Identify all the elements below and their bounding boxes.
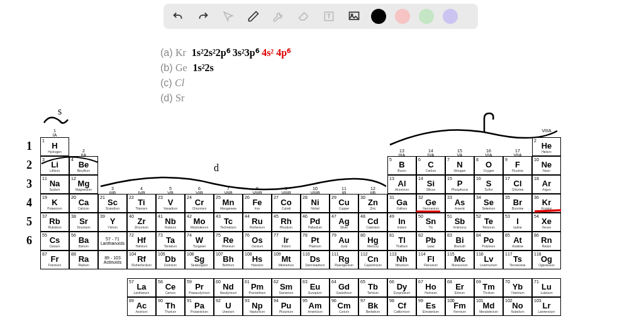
element-Nh: 113NhNihonium [387, 251, 416, 269]
element-Rf: 104RfRutherfordium [127, 251, 156, 269]
element-Sc: 21ScScandium [98, 194, 127, 213]
element-Gd: 64GdGadolinium [330, 278, 358, 297]
element-S: 16SSulfur [474, 175, 503, 194]
group-label-g13: 13IIIA [387, 149, 416, 157]
element-Nd: 60NdNeodymium [214, 278, 243, 297]
tools-icon[interactable] [270, 8, 287, 25]
element-Ar: 18ArArgon [532, 175, 561, 194]
element-N: 7NNitrogen [445, 156, 474, 175]
color-black[interactable] [371, 9, 386, 24]
element-F: 9FFluorine [503, 156, 532, 175]
element-Cu: 29CuCopper [330, 194, 358, 213]
element-Y: 39YYttrium [98, 213, 127, 232]
element-Sm: 62SmSamarium [272, 278, 301, 297]
element-He: 2HeHelium [532, 137, 561, 156]
element-Po: 84PoPolonium [474, 232, 503, 251]
element-Cs: 55CsCesium [40, 232, 69, 251]
group-label-g15: 15VA [445, 149, 474, 157]
element-V: 23VVanadium [156, 194, 185, 213]
element-Th: 90ThThorium [156, 297, 185, 316]
group-label-g17: 17VIIA [503, 149, 532, 157]
element-Zn: 30ZnZinc [358, 194, 387, 213]
q-a-sym: Kr [175, 47, 186, 58]
image-tool[interactable] [346, 8, 362, 25]
element-Xe: 54XeXenon [532, 213, 561, 232]
lanth-gap: 57 - 71 Lanthanoids [98, 232, 127, 251]
element-Bi: 83BiBismuth [445, 232, 474, 251]
element-Cr: 24CrChromium [185, 194, 214, 213]
question-block: (a) Kr 1s²2s²2p⁶ 3s²3p⁶ 4s² 4p⁶ (b) Ge 1… [160, 45, 291, 106]
row-num-3: 3 [26, 177, 32, 191]
element-Lv: 116LvLivermorium [474, 251, 503, 269]
element-Tc: 43TcTechnetium [214, 213, 243, 232]
q-a-work-red: 4s² 4p⁶ [262, 47, 291, 58]
element-Db: 105DbDubnium [156, 251, 185, 269]
element-Ti: 22TiTitanium [127, 194, 156, 213]
element-Am: 95AmAmericium [301, 297, 330, 316]
element-Sg: 106SgSeaborgium [185, 251, 214, 269]
group-label-g2: 2IIA [69, 149, 98, 157]
element-No: 102NoNobelium [503, 297, 532, 316]
element-Ds: 110DsDarmstadtium [301, 251, 330, 269]
element-Bh: 107BhBohrium [214, 251, 243, 269]
undo-button[interactable] [170, 8, 186, 25]
element-Li: 3LiLithium [40, 156, 69, 175]
element-Ru: 44RuRuthenium [243, 213, 272, 232]
element-Fm: 100FmFermium [445, 297, 474, 316]
element-Ni: 28NiNickel [301, 194, 330, 213]
element-Cf: 98CfCalifornium [387, 297, 416, 316]
element-Md: 101MdMendelevium [474, 297, 503, 316]
group-label-g10: 10VIIIB [301, 186, 330, 195]
element-Pa: 91PaProtactinium [185, 297, 214, 316]
element-Fr: 87FrFrancium [40, 251, 69, 269]
group-label-g11: 11IB [330, 186, 358, 195]
element-Rh: 45RhRhodium [272, 213, 301, 232]
element-Mt: 109MtMeitnerium [272, 251, 301, 269]
element-Si: 14SiSilicon [416, 175, 445, 194]
fblock-table: 57LaLanthanum58CeCerium59PrPraseodymium6… [127, 278, 561, 316]
element-Hs: 108HsHassium [243, 251, 272, 269]
element-Hf: 72HfHafnium [127, 232, 156, 251]
element-Np: 93NpNeptunium [243, 297, 272, 316]
element-Pm: 61PmPromethium [243, 278, 272, 297]
element-Ac: 89AcActinium [127, 297, 156, 316]
pencil-tool[interactable] [245, 8, 262, 25]
color-purple[interactable] [443, 9, 458, 24]
element-Dy: 66DyDysprosium [387, 278, 416, 297]
eraser-tool[interactable] [296, 8, 312, 25]
element-Sr: 38SrStrontium [69, 213, 98, 232]
element-Au: 79AuGold [330, 232, 358, 251]
color-green[interactable] [419, 9, 434, 24]
element-Te: 52TeTellurium [474, 213, 503, 232]
element-Bk: 97BkBerkelium [358, 297, 387, 316]
element-Se: 34SeSelenium [474, 194, 503, 213]
q-c-label: (c) [160, 77, 172, 88]
group-label-g12: 12IIB [358, 186, 387, 195]
group-label-g9: 9VIIIB [272, 186, 301, 195]
element-La: 57LaLanthanum [127, 278, 156, 297]
color-pink[interactable] [395, 9, 410, 24]
element-Ne: 10NeNeon [532, 156, 561, 175]
toolbar [164, 4, 478, 29]
q-a-label: (a) [160, 47, 173, 58]
element-W: 74WTungsten [185, 232, 214, 251]
element-Pb: 82PbLead [416, 232, 445, 251]
element-Tb: 65TbTerbium [358, 278, 387, 297]
row-num-6: 6 [26, 234, 32, 247]
element-Er: 68ErErbium [445, 278, 474, 297]
q-b-work-black: 1s²2s [193, 62, 214, 73]
group-label-g5: 5VB [156, 186, 185, 195]
element-Sb: 51SbAntimony [445, 213, 474, 232]
redo-button[interactable] [195, 8, 211, 25]
element-H: 1HHydrogen [40, 137, 69, 156]
element-Tm: 69TmThulium [474, 278, 503, 297]
pointer-tool[interactable] [220, 8, 236, 25]
element-Mo: 42MoMolybdenum [185, 213, 214, 232]
q-d-label: (d) [160, 93, 173, 103]
element-Rg: 111RgRoentgenium [330, 251, 358, 269]
element-Ag: 47AgSilver [330, 213, 358, 232]
element-Yb: 70YbYtterbium [503, 278, 532, 297]
group-label-g16: 16VIA [474, 149, 503, 157]
element-Mg: 12MgMagnesium [69, 175, 98, 194]
text-tool[interactable] [321, 8, 337, 25]
